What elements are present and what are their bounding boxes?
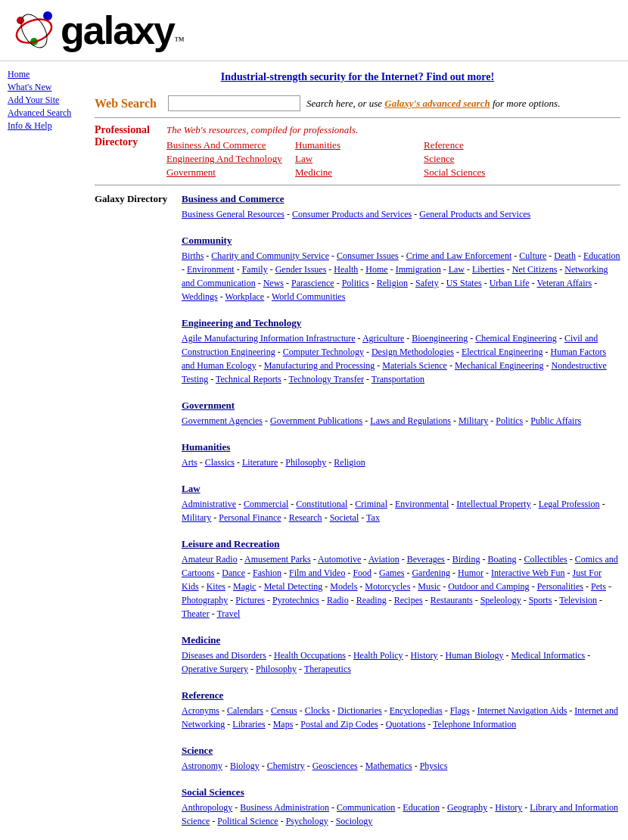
prof-dir-links: Business And Commerce Humanities Referen…: [166, 139, 620, 179]
cat-title-gov[interactable]: Government: [182, 400, 235, 411]
cat-links-bac: Business General Resources - Consumer Pr…: [182, 207, 620, 221]
search-label: Web Search: [95, 97, 157, 110]
sidebar: Home What's New Add Your Site Advanced S…: [0, 61, 87, 840]
prof-link-ref[interactable]: Reference: [424, 139, 545, 151]
svg-point-0: [17, 17, 24, 24]
category-ref: Reference Acronyms - Calendars - Census …: [182, 689, 620, 731]
category-eat: Engineering and Technology Agile Manufac…: [182, 317, 620, 386]
prof-dir-content: The Web's resources, compiled for profes…: [166, 124, 620, 179]
category-bac: Business and Commerce Business General R…: [182, 193, 620, 221]
category-gov: Government Government Agencies - Governm…: [182, 400, 620, 428]
divider-2: [95, 185, 620, 185]
logo-text: galaxy™: [61, 8, 185, 53]
nav-add-site[interactable]: Add Your Site: [8, 95, 79, 106]
banner: Industrial-strength security for the Int…: [95, 65, 620, 89]
prof-link-law[interactable]: Law: [295, 153, 416, 165]
logo-icon: [11, 10, 57, 51]
category-community: Community Births - Charity and Community…: [182, 235, 620, 303]
nav-whats-new[interactable]: What's New: [8, 82, 79, 93]
cat-title-law[interactable]: Law: [182, 483, 201, 494]
prof-link-ss[interactable]: Social Sciences: [424, 166, 545, 179]
logo-container: galaxy™: [11, 8, 185, 53]
prof-link-gov[interactable]: Government: [166, 166, 288, 179]
prof-dir-link[interactable]: ProfessionalDirectory: [95, 124, 150, 148]
main-content: Industrial-strength security for the Int…: [87, 61, 628, 840]
cat-title-ss[interactable]: Social Sciences: [182, 786, 244, 798]
nav-info-help[interactable]: Info & Help: [8, 120, 79, 132]
prof-link-bac[interactable]: Business And Commerce: [166, 139, 288, 151]
prof-dir-tagline: The Web's resources, compiled for profes…: [166, 124, 620, 136]
divider-1: [95, 117, 620, 118]
advanced-search-link[interactable]: Galaxy's advanced search: [384, 98, 490, 109]
cat-links-ss: Anthropology - Business Administration -…: [182, 801, 620, 828]
galaxy-dir-section: Galaxy Directory Business and Commerce B…: [95, 193, 620, 840]
banner-link[interactable]: Industrial-strength security for the Int…: [221, 71, 494, 82]
prof-dir-label: ProfessionalDirectory: [95, 124, 155, 179]
cat-title-community[interactable]: Community: [182, 235, 232, 246]
prof-dir-section: ProfessionalDirectory The Web's resource…: [95, 124, 620, 179]
cat-links-sci: Astronomy - Biology - Chemistry - Geosci…: [182, 759, 620, 773]
category-med: Medicine Diseases and Disorders - Health…: [182, 634, 620, 676]
cat-title-eat[interactable]: Engineering and Technology: [182, 317, 301, 328]
cat-links-hum: Arts - Classics - Literature - Philosoph…: [182, 456, 620, 469]
search-hint: Search here, or use Galaxy's advanced se…: [306, 98, 560, 110]
cat-title-sci[interactable]: Science: [182, 745, 213, 756]
cat-title-med[interactable]: Medicine: [182, 634, 220, 646]
header: galaxy™: [0, 0, 628, 61]
category-law: Law Administrative - Commercial - Consti…: [182, 483, 620, 524]
prof-link-hum[interactable]: Humanities: [295, 139, 416, 151]
category-hum: Humanities Arts - Classics - Literature …: [182, 441, 620, 469]
galaxy-dir-content: Business and Commerce Business General R…: [182, 193, 620, 840]
cat-title-bac[interactable]: Business and Commerce: [182, 193, 284, 204]
main-layout: Home What's New Add Your Site Advanced S…: [0, 61, 628, 840]
cat-links-law: Administrative - Commercial - Constituti…: [182, 497, 620, 524]
prof-link-sci[interactable]: Science: [424, 153, 545, 165]
category-ss: Social Sciences Anthropology - Business …: [182, 786, 620, 828]
cat-title-hum[interactable]: Humanities: [182, 441, 230, 453]
cat-title-ref[interactable]: Reference: [182, 689, 223, 701]
nav-home[interactable]: Home: [8, 69, 79, 80]
cat-links-gov: Government Agencies - Government Publica…: [182, 414, 620, 428]
nav-advanced-search[interactable]: Advanced Search: [8, 107, 79, 119]
cat-links-leisure: Amateur Radio - Amusement Parks - Automo…: [182, 552, 620, 621]
prof-link-eat[interactable]: Engineering And Technology: [166, 153, 288, 165]
cat-links-med: Diseases and Disorders - Health Occupati…: [182, 649, 620, 676]
cat-links-ref: Acronyms - Calendars - Census - Clocks -…: [182, 704, 620, 731]
galaxy-dir-label: Galaxy Directory: [95, 193, 182, 840]
cat-links-community: Births - Charity and Community Service -…: [182, 249, 620, 303]
prof-link-med[interactable]: Medicine: [295, 166, 416, 179]
category-leisure: Leisure and Recreation Amateur Radio - A…: [182, 538, 620, 621]
search-section: Web Search Search here, or use Galaxy's …: [95, 95, 620, 111]
category-sci: Science Astronomy - Biology - Chemistry …: [182, 745, 620, 773]
cat-title-leisure[interactable]: Leisure and Recreation: [182, 538, 280, 549]
cat-links-eat: Agile Manufacturing Information Infrastr…: [182, 331, 620, 386]
search-input[interactable]: [168, 95, 300, 111]
